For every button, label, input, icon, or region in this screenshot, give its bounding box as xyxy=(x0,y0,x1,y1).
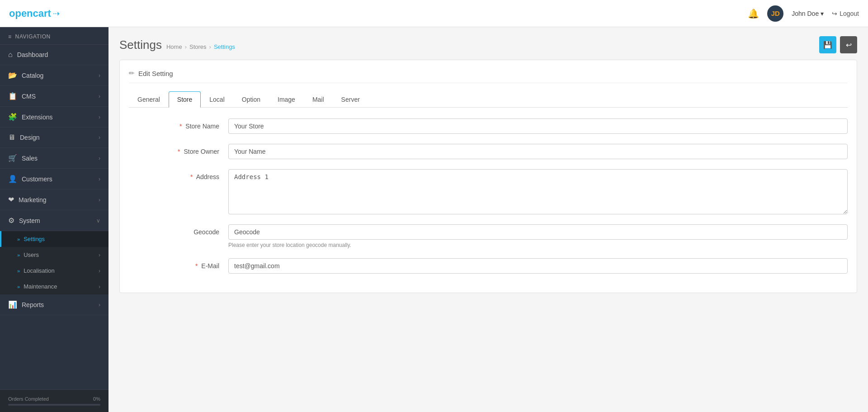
sidebar-item-system[interactable]: ⚙ System ∨ xyxy=(0,210,108,231)
sidebar-item-marketing[interactable]: ❤ Marketing › xyxy=(0,189,108,210)
avatar: JD xyxy=(767,5,783,22)
logo: opencart ⇢ xyxy=(9,8,60,19)
label-store-owner: * Store Owner xyxy=(129,144,228,155)
design-icon: 🖥 xyxy=(8,133,15,142)
input-wrapper-email xyxy=(228,258,848,274)
progress-label: Orders Completed xyxy=(8,396,49,402)
chevron-right-icon: › xyxy=(99,72,100,79)
double-chevron-icon: » xyxy=(17,252,20,258)
geocode-input[interactable] xyxy=(228,224,848,240)
chevron-right-icon: › xyxy=(99,134,100,141)
sidebar-item-label: Design xyxy=(20,134,40,141)
sidebar-item-label: Catalog xyxy=(22,72,43,79)
input-wrapper-store-owner xyxy=(228,144,848,159)
main-layout: ≡ NAVIGATION ⌂ Dashboard 📂 Catalog › 📋 C… xyxy=(0,27,868,412)
tab-general[interactable]: General xyxy=(129,91,169,108)
notification-bell-icon[interactable]: 🔔 xyxy=(748,8,759,19)
user-name[interactable]: John Doe ▾ xyxy=(792,10,824,17)
store-name-input[interactable] xyxy=(228,118,848,134)
breadcrumb-home[interactable]: Home xyxy=(166,43,182,50)
geocode-hint: Please enter your store location geocode… xyxy=(228,242,848,248)
sidebar-item-dashboard[interactable]: ⌂ Dashboard xyxy=(0,45,108,65)
breadcrumb-stores[interactable]: Stores xyxy=(189,43,207,50)
input-wrapper-geocode: Please enter your store location geocode… xyxy=(228,224,848,248)
tab-store[interactable]: Store xyxy=(169,91,201,108)
sidebar-item-settings[interactable]: » Settings xyxy=(0,231,108,247)
nav-heading-label: NAVIGATION xyxy=(15,33,51,40)
sidebar-sub-label: Settings xyxy=(24,236,45,242)
settings-card: ✏ Edit Setting General Store Local Optio… xyxy=(119,60,857,293)
breadcrumb-separator: › xyxy=(185,43,187,50)
address-input[interactable]: Address 1 xyxy=(228,169,848,214)
sidebar-sub-label: Maintenance xyxy=(24,283,57,290)
form-group-store-name: * Store Name xyxy=(129,118,848,134)
breadcrumb-separator: › xyxy=(209,43,211,50)
sidebar-item-maintenance[interactable]: » Maintenance › xyxy=(0,279,108,294)
chevron-right-icon: › xyxy=(99,302,100,308)
label-email: * E-Mail xyxy=(129,258,228,270)
page-title: Settings xyxy=(119,38,162,52)
tab-server[interactable]: Server xyxy=(333,91,368,108)
sidebar-item-users[interactable]: » Users › xyxy=(0,247,108,263)
sidebar-sub-label: Users xyxy=(24,251,39,258)
sidebar-item-label: CMS xyxy=(22,93,36,100)
sidebar-item-label: Customers xyxy=(22,175,52,183)
save-button[interactable]: 💾 xyxy=(819,36,836,53)
cms-icon: 📋 xyxy=(8,92,17,100)
tab-mail[interactable]: Mail xyxy=(304,91,333,108)
form-group-store-owner: * Store Owner xyxy=(129,144,848,159)
progress-bar-background xyxy=(8,404,100,406)
progress-value: 0% xyxy=(93,396,100,402)
sidebar-item-label: Extensions xyxy=(22,114,52,121)
chevron-right-icon: › xyxy=(99,176,100,182)
reports-icon: 📊 xyxy=(8,300,17,309)
settings-tabs: General Store Local Option Image Mail Se… xyxy=(129,91,848,108)
logout-icon: ↪ xyxy=(832,10,837,17)
card-title: ✏ Edit Setting xyxy=(129,69,848,83)
page-header-left: Settings Home › Stores › Settings xyxy=(119,38,235,52)
tab-image[interactable]: Image xyxy=(269,91,304,108)
top-header: opencart ⇢ 🔔 JD John Doe ▾ ↪ Logout xyxy=(0,0,868,27)
breadcrumb-active: Settings xyxy=(214,43,235,50)
double-chevron-icon: » xyxy=(17,268,20,274)
tab-option[interactable]: Option xyxy=(233,91,269,108)
sidebar-item-label: Marketing xyxy=(19,196,46,204)
sidebar-item-label: Sales xyxy=(22,155,38,162)
nav-heading: ≡ NAVIGATION xyxy=(0,27,108,45)
sidebar-item-sales[interactable]: 🛒 Sales › xyxy=(0,148,108,169)
chevron-right-icon: › xyxy=(99,252,100,258)
label-address: * Address xyxy=(129,169,228,180)
form-group-address: * Address Address 1 xyxy=(129,169,848,214)
tab-local[interactable]: Local xyxy=(201,91,233,108)
input-wrapper-store-name xyxy=(228,118,848,134)
chevron-right-icon: › xyxy=(99,284,100,290)
chevron-right-icon: › xyxy=(99,197,100,203)
email-input[interactable] xyxy=(228,258,848,274)
back-icon: ↩ xyxy=(846,41,852,49)
double-chevron-icon: » xyxy=(17,237,20,242)
store-owner-input[interactable] xyxy=(228,144,848,159)
sidebar-item-label: Dashboard xyxy=(17,51,48,58)
form-group-email: * E-Mail xyxy=(129,258,848,274)
page-header: Settings Home › Stores › Settings 💾 ↩ xyxy=(108,27,868,60)
sidebar-item-localisation[interactable]: » Localisation › xyxy=(0,263,108,279)
label-geocode: Geocode xyxy=(129,224,228,236)
chevron-right-icon: › xyxy=(99,114,100,120)
back-button[interactable]: ↩ xyxy=(840,36,857,53)
sidebar-item-extensions[interactable]: 🧩 Extensions › xyxy=(0,107,108,128)
input-wrapper-address: Address 1 xyxy=(228,169,848,214)
sidebar-item-reports[interactable]: 📊 Reports › xyxy=(0,294,108,315)
sidebar-item-customers[interactable]: 👤 Customers › xyxy=(0,169,108,189)
logout-button[interactable]: ↪ Logout xyxy=(832,10,859,17)
sidebar-bottom: Orders Completed 0% xyxy=(0,389,108,412)
sidebar-item-cms[interactable]: 📋 CMS › xyxy=(0,86,108,107)
chevron-down-icon: ∨ xyxy=(96,218,100,224)
sidebar-item-label: Reports xyxy=(22,301,44,308)
chevron-right-icon: › xyxy=(99,155,100,161)
marketing-icon: ❤ xyxy=(8,195,14,204)
sidebar-item-design[interactable]: 🖥 Design › xyxy=(0,128,108,148)
catalog-icon: 📂 xyxy=(8,71,17,80)
customers-icon: 👤 xyxy=(8,175,17,183)
header-right: 🔔 JD John Doe ▾ ↪ Logout xyxy=(748,5,859,22)
sidebar-item-catalog[interactable]: 📂 Catalog › xyxy=(0,65,108,86)
